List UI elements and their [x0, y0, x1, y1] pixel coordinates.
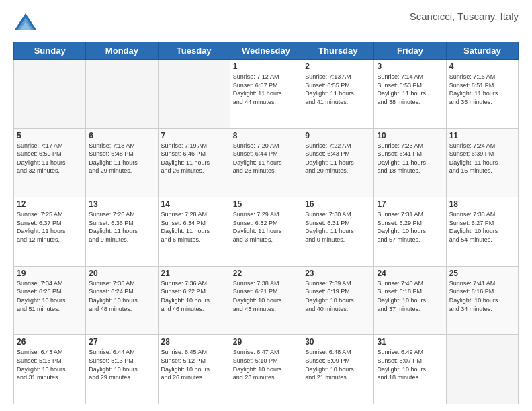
- day-info: Sunrise: 7:17 AM Sunset: 6:50 PM Dayligh…: [17, 142, 83, 175]
- day-info: Sunrise: 7:23 AM Sunset: 6:41 PM Dayligh…: [377, 142, 443, 175]
- day-number: 5: [17, 131, 83, 140]
- table-row: 3Sunrise: 7:14 AM Sunset: 6:53 PM Daylig…: [374, 60, 446, 129]
- table-row: 28Sunrise: 6:45 AM Sunset: 5:12 PM Dayli…: [158, 335, 230, 404]
- day-number: 29: [233, 337, 299, 347]
- day-info: Sunrise: 7:25 AM Sunset: 6:37 PM Dayligh…: [17, 210, 83, 244]
- table-row: 15Sunrise: 7:29 AM Sunset: 6:32 PM Dayli…: [230, 197, 302, 267]
- title-block: Scancicci, Tuscany, Italy: [410, 11, 519, 22]
- table-row: 2Sunrise: 7:13 AM Sunset: 6:55 PM Daylig…: [302, 60, 374, 129]
- day-info: Sunrise: 7:19 AM Sunset: 6:46 PM Dayligh…: [161, 142, 227, 175]
- table-row: 4Sunrise: 7:16 AM Sunset: 6:51 PM Daylig…: [446, 60, 518, 129]
- logo-icon: [13, 11, 38, 35]
- day-info: Sunrise: 7:31 AM Sunset: 6:29 PM Dayligh…: [377, 210, 443, 244]
- table-row: 12Sunrise: 7:25 AM Sunset: 6:37 PM Dayli…: [14, 197, 86, 267]
- day-info: Sunrise: 6:48 AM Sunset: 5:09 PM Dayligh…: [305, 348, 371, 381]
- table-row: 29Sunrise: 6:47 AM Sunset: 5:10 PM Dayli…: [230, 335, 302, 404]
- table-row: 21Sunrise: 7:36 AM Sunset: 6:22 PM Dayli…: [158, 266, 230, 335]
- day-info: Sunrise: 7:39 AM Sunset: 6:19 PM Dayligh…: [305, 279, 371, 313]
- table-row: 5Sunrise: 7:17 AM Sunset: 6:50 PM Daylig…: [14, 128, 86, 197]
- day-number: 27: [89, 337, 154, 347]
- table-row: 17Sunrise: 7:31 AM Sunset: 6:29 PM Dayli…: [374, 197, 446, 267]
- day-number: 6: [89, 131, 154, 140]
- table-row: 30Sunrise: 6:48 AM Sunset: 5:09 PM Dayli…: [302, 335, 374, 404]
- day-info: Sunrise: 7:30 AM Sunset: 6:31 PM Dayligh…: [305, 210, 371, 244]
- day-number: 10: [377, 131, 443, 140]
- day-number: 4: [449, 62, 515, 71]
- day-number: 7: [161, 131, 227, 140]
- day-info: Sunrise: 7:41 AM Sunset: 6:16 PM Dayligh…: [449, 279, 515, 313]
- table-row: [14, 60, 86, 129]
- calendar-week-row: 1Sunrise: 7:12 AM Sunset: 6:57 PM Daylig…: [14, 60, 519, 129]
- table-row: 31Sunrise: 6:49 AM Sunset: 5:07 PM Dayli…: [374, 335, 446, 404]
- day-info: Sunrise: 7:36 AM Sunset: 6:22 PM Dayligh…: [161, 279, 227, 313]
- day-info: Sunrise: 7:18 AM Sunset: 6:48 PM Dayligh…: [89, 142, 154, 175]
- table-row: 20Sunrise: 7:35 AM Sunset: 6:24 PM Dayli…: [86, 266, 158, 335]
- table-row: 8Sunrise: 7:20 AM Sunset: 6:44 PM Daylig…: [230, 128, 302, 197]
- day-info: Sunrise: 7:26 AM Sunset: 6:36 PM Dayligh…: [89, 210, 154, 244]
- page: Scancicci, Tuscany, Italy Sunday Monday …: [0, 0, 532, 411]
- day-info: Sunrise: 7:35 AM Sunset: 6:24 PM Dayligh…: [89, 279, 154, 313]
- table-row: [86, 60, 158, 129]
- day-number: 23: [305, 269, 371, 278]
- day-info: Sunrise: 7:20 AM Sunset: 6:44 PM Dayligh…: [233, 142, 299, 175]
- table-row: 25Sunrise: 7:41 AM Sunset: 6:16 PM Dayli…: [446, 266, 518, 335]
- table-row: 14Sunrise: 7:28 AM Sunset: 6:34 PM Dayli…: [158, 197, 230, 267]
- day-info: Sunrise: 7:38 AM Sunset: 6:21 PM Dayligh…: [233, 279, 299, 313]
- calendar-header-row: Sunday Monday Tuesday Wednesday Thursday…: [14, 42, 519, 60]
- day-number: 8: [233, 131, 299, 140]
- table-row: 19Sunrise: 7:34 AM Sunset: 6:26 PM Dayli…: [14, 266, 86, 335]
- table-row: 13Sunrise: 7:26 AM Sunset: 6:36 PM Dayli…: [86, 197, 158, 267]
- col-sunday: Sunday: [14, 42, 86, 60]
- day-info: Sunrise: 7:40 AM Sunset: 6:18 PM Dayligh…: [377, 279, 443, 313]
- day-info: Sunrise: 6:43 AM Sunset: 5:15 PM Dayligh…: [17, 348, 83, 381]
- col-monday: Monday: [86, 42, 158, 60]
- table-row: 11Sunrise: 7:24 AM Sunset: 6:39 PM Dayli…: [446, 128, 518, 197]
- day-info: Sunrise: 7:28 AM Sunset: 6:34 PM Dayligh…: [161, 210, 227, 244]
- day-number: 31: [377, 337, 443, 347]
- table-row: 9Sunrise: 7:22 AM Sunset: 6:43 PM Daylig…: [302, 128, 374, 197]
- day-info: Sunrise: 7:22 AM Sunset: 6:43 PM Dayligh…: [305, 142, 371, 175]
- day-number: 14: [161, 199, 227, 209]
- day-info: Sunrise: 7:16 AM Sunset: 6:51 PM Dayligh…: [449, 73, 515, 106]
- day-number: 19: [17, 269, 83, 278]
- day-info: Sunrise: 6:47 AM Sunset: 5:10 PM Dayligh…: [233, 348, 299, 381]
- col-wednesday: Wednesday: [230, 42, 302, 60]
- day-number: 12: [17, 199, 83, 209]
- calendar-week-row: 12Sunrise: 7:25 AM Sunset: 6:37 PM Dayli…: [14, 197, 519, 267]
- calendar-week-row: 19Sunrise: 7:34 AM Sunset: 6:26 PM Dayli…: [14, 266, 519, 335]
- day-info: Sunrise: 6:44 AM Sunset: 5:13 PM Dayligh…: [89, 348, 154, 381]
- day-info: Sunrise: 7:13 AM Sunset: 6:55 PM Dayligh…: [305, 73, 371, 106]
- table-row: 1Sunrise: 7:12 AM Sunset: 6:57 PM Daylig…: [230, 60, 302, 129]
- day-number: 21: [161, 269, 227, 278]
- day-info: Sunrise: 6:45 AM Sunset: 5:12 PM Dayligh…: [161, 348, 227, 381]
- col-thursday: Thursday: [302, 42, 374, 60]
- day-info: Sunrise: 7:12 AM Sunset: 6:57 PM Dayligh…: [233, 73, 299, 106]
- day-number: 2: [305, 62, 371, 71]
- table-row: 6Sunrise: 7:18 AM Sunset: 6:48 PM Daylig…: [86, 128, 158, 197]
- day-info: Sunrise: 7:14 AM Sunset: 6:53 PM Dayligh…: [377, 73, 443, 106]
- day-number: 1: [233, 62, 299, 71]
- table-row: 22Sunrise: 7:38 AM Sunset: 6:21 PM Dayli…: [230, 266, 302, 335]
- day-info: Sunrise: 7:34 AM Sunset: 6:26 PM Dayligh…: [17, 279, 83, 313]
- table-row: 27Sunrise: 6:44 AM Sunset: 5:13 PM Dayli…: [86, 335, 158, 404]
- day-number: 26: [17, 337, 83, 347]
- day-number: 22: [233, 269, 299, 278]
- col-tuesday: Tuesday: [158, 42, 230, 60]
- calendar-week-row: 5Sunrise: 7:17 AM Sunset: 6:50 PM Daylig…: [14, 128, 519, 197]
- table-row: 26Sunrise: 6:43 AM Sunset: 5:15 PM Dayli…: [14, 335, 86, 404]
- day-number: 11: [449, 131, 515, 140]
- table-row: [158, 60, 230, 129]
- table-row: 24Sunrise: 7:40 AM Sunset: 6:18 PM Dayli…: [374, 266, 446, 335]
- day-info: Sunrise: 7:24 AM Sunset: 6:39 PM Dayligh…: [449, 142, 515, 175]
- day-info: Sunrise: 7:33 AM Sunset: 6:27 PM Dayligh…: [449, 210, 515, 244]
- table-row: 7Sunrise: 7:19 AM Sunset: 6:46 PM Daylig…: [158, 128, 230, 197]
- day-number: 30: [305, 337, 371, 347]
- day-number: 15: [233, 199, 299, 209]
- day-info: Sunrise: 7:29 AM Sunset: 6:32 PM Dayligh…: [233, 210, 299, 244]
- day-number: 25: [449, 269, 515, 278]
- table-row: 16Sunrise: 7:30 AM Sunset: 6:31 PM Dayli…: [302, 197, 374, 267]
- day-info: Sunrise: 6:49 AM Sunset: 5:07 PM Dayligh…: [377, 348, 443, 381]
- day-number: 18: [449, 199, 515, 209]
- day-number: 17: [377, 199, 443, 209]
- day-number: 16: [305, 199, 371, 209]
